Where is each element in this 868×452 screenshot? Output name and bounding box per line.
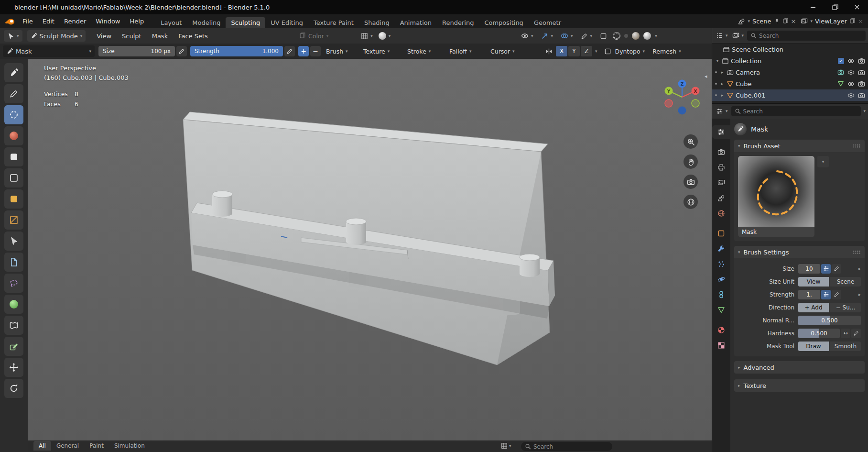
size-pressure-toggle[interactable]: [176, 46, 187, 56]
fade-inactive-icon[interactable]: [604, 48, 611, 55]
direction-add-toggle[interactable]: + Add: [798, 303, 829, 312]
blender-logo-icon[interactable]: [0, 18, 18, 25]
outliner-row-camera[interactable]: ▸ Camera: [712, 66, 868, 78]
advanced-panel-header[interactable]: ▸ Advanced: [734, 361, 865, 374]
properties-search-input[interactable]: Search: [731, 106, 861, 116]
outliner-row-collection[interactable]: ▾ Collection ✓: [712, 55, 868, 66]
brush-asset-selector[interactable]: Mask ▾: [3, 45, 95, 57]
tool-lasso-trim-button[interactable]: [4, 253, 23, 272]
hardness-pen-button[interactable]: [851, 329, 861, 338]
tab-particles[interactable]: [712, 257, 730, 271]
workspace-tab-shading[interactable]: Shading: [359, 17, 395, 28]
disclosure-closed-icon[interactable]: ▸: [720, 93, 725, 98]
workspace-tab-uv-editing[interactable]: UV Editing: [265, 17, 308, 28]
new-viewlayer-icon[interactable]: [849, 18, 856, 24]
sphere-popover[interactable]: ▾: [377, 30, 393, 42]
shading-material-button[interactable]: [632, 32, 640, 40]
mask-subtract-button[interactable]: −: [310, 46, 321, 56]
falloff-popover[interactable]: Falloff▾: [449, 44, 471, 59]
tool-face-sets-button[interactable]: [4, 126, 23, 145]
outliner-display-mode-selector[interactable]: ▾: [731, 30, 745, 42]
hardness-slider[interactable]: 0.500: [798, 329, 840, 338]
panel-grip-icon[interactable]: [853, 250, 861, 254]
tool-mask-button[interactable]: [4, 105, 23, 124]
shading-wireframe-button[interactable]: [613, 32, 620, 40]
brush-asset-browse-button[interactable]: ▾: [817, 156, 829, 167]
render-camera-icon[interactable]: [858, 69, 865, 76]
mask-tool-smooth-toggle[interactable]: Smooth: [830, 342, 861, 351]
scene-model-cube[interactable]: [28, 59, 712, 452]
tab-modifiers[interactable]: [712, 242, 730, 255]
workspace-tab-modeling[interactable]: Modeling: [187, 17, 226, 28]
disclosure-open-icon[interactable]: ▾: [715, 58, 720, 63]
size-unit-scene-toggle[interactable]: Scene: [830, 277, 861, 287]
tab-material[interactable]: [712, 323, 730, 337]
restore-button[interactable]: [824, 0, 846, 14]
shelf-tab-simulation[interactable]: Simulation: [109, 441, 150, 451]
menu-render[interactable]: Render: [59, 14, 91, 28]
shading-solid-button[interactable]: [624, 34, 628, 38]
brush-size-slider[interactable]: Size 100 px: [98, 46, 175, 56]
menu-help[interactable]: Help: [125, 14, 149, 28]
gizmos-popover[interactable]: ▾: [539, 30, 555, 42]
new-scene-icon[interactable]: [782, 18, 789, 24]
tab-object-data[interactable]: [712, 303, 730, 317]
tool-line-project-button[interactable]: [4, 274, 23, 293]
texture-popover[interactable]: Texture▾: [363, 44, 390, 59]
tool-rotate-button[interactable]: [4, 379, 23, 398]
outliner-row-cube-001[interactable]: ▸ Cube.001: [712, 89, 868, 101]
pin-icon[interactable]: [774, 18, 780, 24]
shelf-display-popover[interactable]: ▾: [501, 442, 511, 449]
tool-mesh-filter-button[interactable]: [4, 295, 23, 314]
brush-asset-panel-header[interactable]: ▾ Brush Asset: [734, 140, 865, 152]
normal-radius-slider[interactable]: 0.500: [798, 316, 861, 325]
properties-editor-type-selector[interactable]: ▾: [715, 106, 729, 117]
properties-filter-chevron-icon[interactable]: ▾: [863, 109, 866, 113]
tool-cloth-filter-button[interactable]: [4, 316, 23, 335]
render-camera-icon[interactable]: [858, 57, 865, 65]
mask-tool-draw-toggle[interactable]: Draw: [798, 342, 829, 351]
render-camera-icon[interactable]: [858, 80, 865, 88]
eye-icon[interactable]: [847, 92, 855, 99]
camera-view-button[interactable]: [684, 175, 698, 189]
tab-tool[interactable]: [712, 125, 730, 139]
menu-face-sets[interactable]: Face Sets: [174, 28, 212, 44]
pan-button[interactable]: [684, 154, 698, 169]
tab-render[interactable]: [712, 145, 730, 159]
strength-pressure-toggle[interactable]: [284, 46, 295, 56]
shading-rendered-button[interactable]: [643, 32, 651, 40]
eye-icon[interactable]: [847, 69, 855, 76]
expand-chevron-icon[interactable]: ▸: [858, 292, 861, 297]
navigation-gizmo[interactable]: Z Y X: [664, 79, 700, 115]
tab-view-layer[interactable]: [712, 176, 730, 189]
size-pressure-toggle[interactable]: [821, 264, 831, 274]
outliner-row-scene-collection[interactable]: Scene Collection: [712, 44, 868, 55]
shelf-tab-paint[interactable]: Paint: [84, 441, 109, 451]
disclosure-closed-icon[interactable]: ▸: [720, 70, 725, 75]
outliner-editor-type-selector[interactable]: ▾: [715, 30, 729, 42]
xray-toggle[interactable]: [598, 30, 609, 42]
tab-texture[interactable]: [712, 339, 730, 352]
collection-checkbox[interactable]: ✓: [838, 58, 844, 64]
brush-popover[interactable]: Brush▾: [326, 44, 348, 59]
tab-constraints[interactable]: [712, 288, 730, 301]
workspace-tab-texture-paint[interactable]: Texture Paint: [308, 17, 359, 28]
remove-viewlayer-icon[interactable]: ×: [858, 18, 863, 25]
tool-lasso-mask-button[interactable]: [4, 189, 23, 209]
tool-move-button[interactable]: [4, 358, 23, 377]
dyntopo-popover[interactable]: Dyntopo▾: [615, 44, 645, 59]
strength-field[interactable]: 1.: [798, 290, 820, 299]
outliner-search-input[interactable]: Search: [747, 31, 866, 41]
menu-sculpt[interactable]: Sculpt: [118, 28, 146, 44]
active-tool-selector[interactable]: ▾: [4, 30, 22, 42]
texture-panel-header[interactable]: ▸ Texture: [734, 379, 865, 392]
workspace-tab-layout[interactable]: Layout: [155, 17, 187, 28]
tab-physics[interactable]: [712, 273, 730, 286]
viewlayer-selector[interactable]: ▾ ViewLayer ×: [801, 18, 863, 25]
annotation-popover[interactable]: ▾: [579, 30, 595, 42]
menu-window[interactable]: Window: [91, 14, 125, 28]
minimize-button[interactable]: [802, 0, 824, 14]
hardness-invert-button[interactable]: ↔: [841, 329, 850, 338]
tool-color-filter-button[interactable]: [4, 337, 23, 356]
cursor-popover[interactable]: Cursor▾: [490, 44, 515, 59]
